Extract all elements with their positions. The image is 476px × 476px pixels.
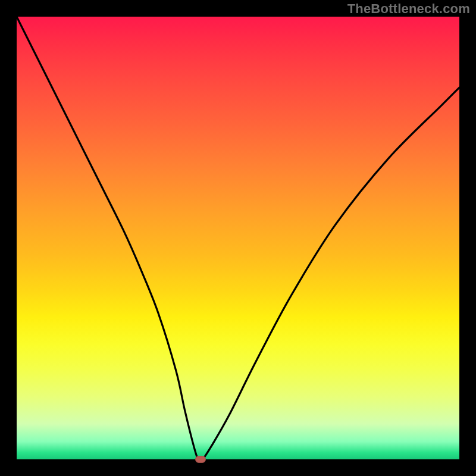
curve-path xyxy=(17,17,459,461)
chart-frame: TheBottleneck.com xyxy=(0,0,476,476)
plot-area xyxy=(17,17,459,459)
watermark-text: TheBottleneck.com xyxy=(347,1,470,17)
optimum-marker xyxy=(195,456,206,463)
bottleneck-curve xyxy=(17,17,459,459)
